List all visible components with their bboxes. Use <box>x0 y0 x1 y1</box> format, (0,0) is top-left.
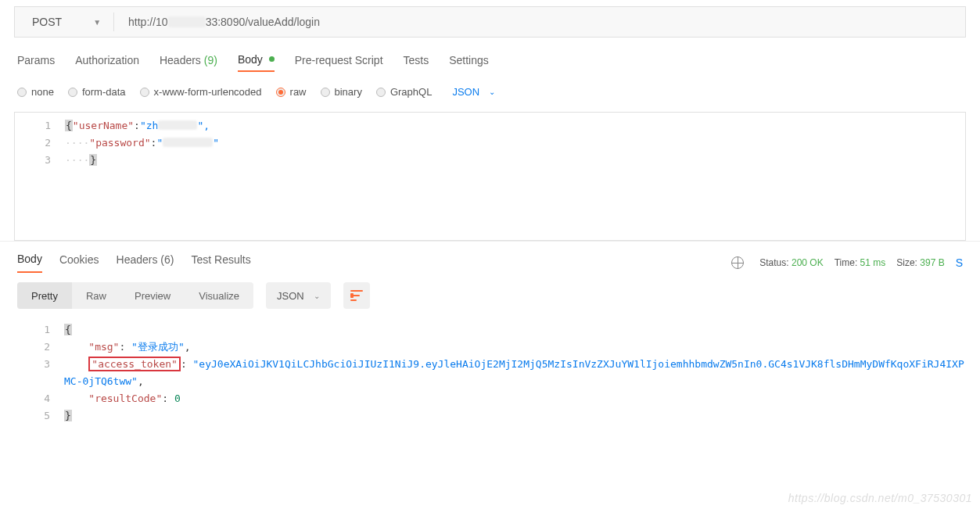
radio-graphql[interactable]: GraphQL <box>376 86 432 98</box>
url-prefix: http://10 <box>128 16 168 28</box>
request-url-bar: POST ▼ http://1033:8090/valueAdd/login <box>14 6 966 38</box>
status-label: Status: <box>759 257 788 268</box>
radio-label: x-www-form-urlencoded <box>154 86 262 98</box>
request-body-editor[interactable]: 123 {"userName":"zh", ····"password":"" … <box>14 112 966 241</box>
resp-tab-cookies[interactable]: Cookies <box>59 253 99 272</box>
radio-label: binary <box>335 86 362 98</box>
json-str: "登录成功" <box>131 341 185 353</box>
json-key: "resultCode" <box>88 393 162 404</box>
json-key: "password" <box>89 137 150 149</box>
json-str: ", <box>197 120 210 131</box>
redacted <box>168 16 206 27</box>
resp-tab-testresults[interactable]: Test Results <box>191 253 250 272</box>
json-str: "zh <box>140 120 158 131</box>
size-label: Size: <box>896 257 917 268</box>
status-value: 200 OK <box>792 257 824 268</box>
radio-xwww[interactable]: x-www-form-urlencoded <box>140 86 262 98</box>
resp-tab-headers[interactable]: Headers (6) <box>117 253 174 272</box>
chevron-down-icon: ▼ <box>93 18 101 27</box>
url-input[interactable]: http://1033:8090/valueAdd/login <box>114 16 965 28</box>
chevron-down-icon: ⌄ <box>314 292 320 300</box>
radio-label: raw <box>290 86 307 98</box>
code-area[interactable]: {"userName":"zh", ····"password":"" ····… <box>59 113 965 240</box>
radio-icon <box>321 88 330 97</box>
radio-label: none <box>31 86 54 98</box>
radio-none[interactable]: none <box>17 86 54 98</box>
response-format-select[interactable]: JSON ⌄ <box>266 282 331 309</box>
radio-icon <box>276 88 285 97</box>
format-label: JSON <box>277 290 304 302</box>
view-preview[interactable]: Preview <box>120 282 185 309</box>
redacted <box>163 138 213 147</box>
response-view-row: Pretty Raw Preview Visualize JSON ⌄ <box>0 273 980 314</box>
raw-format-label: JSON <box>452 86 479 98</box>
headers-label: Headers <box>117 253 158 266</box>
view-visualize[interactable]: Visualize <box>185 282 253 309</box>
headers-count: (9) <box>204 54 217 66</box>
json-key: "msg" <box>88 341 119 353</box>
tab-prerequest[interactable]: Pre-request Script <box>295 54 383 71</box>
tab-settings[interactable]: Settings <box>449 54 489 71</box>
body-label: Body <box>238 53 263 66</box>
tab-authorization[interactable]: Authorization <box>75 54 139 71</box>
view-raw[interactable]: Raw <box>72 282 120 309</box>
chevron-down-icon: ⌄ <box>489 88 495 96</box>
json-key: "userName" <box>73 120 134 131</box>
json-str: " <box>213 137 219 149</box>
globe-icon[interactable] <box>731 256 744 269</box>
wrap-icon <box>350 290 363 301</box>
response-meta: Status: 200 OK Time: 51 ms Size: 397 B S <box>731 256 963 269</box>
request-tabs: Params Authorization Headers (9) Body Pr… <box>0 38 980 78</box>
tab-headers[interactable]: Headers (9) <box>160 54 217 71</box>
raw-format-select[interactable]: JSON ⌄ <box>452 86 495 98</box>
tab-body[interactable]: Body <box>238 53 275 72</box>
resp-tab-body[interactable]: Body <box>17 253 42 273</box>
tab-tests[interactable]: Tests <box>404 54 429 71</box>
url-suffix: 33:8090/valueAdd/login <box>206 16 320 28</box>
response-tabs: Body Cookies Headers (6) Test Results St… <box>0 242 980 273</box>
radio-label: GraphQL <box>390 86 432 98</box>
radio-icon <box>376 88 386 97</box>
radio-icon <box>17 88 27 97</box>
json-num: 0 <box>174 393 181 404</box>
line-gutter: 123 <box>15 113 59 240</box>
headers-label: Headers <box>160 54 201 66</box>
json-str: "eyJ0eXAiOiJKV1QiLCJhbGciOiJIUzI1NiJ9.ey… <box>64 358 964 387</box>
response-code[interactable]: { "msg": "登录成功", "access_token": "eyJ0eX… <box>58 318 966 425</box>
json-key-highlighted: "access_token" <box>92 358 178 370</box>
response-body-viewer: 123 45 { "msg": "登录成功", "access_token": … <box>14 318 966 425</box>
radio-label: form-data <box>82 86 126 98</box>
line-gutter: 123 45 <box>14 318 58 425</box>
radio-raw[interactable]: raw <box>276 86 307 98</box>
radio-form-data[interactable]: form-data <box>68 86 126 98</box>
method-label: POST <box>32 16 62 28</box>
view-mode-segment: Pretty Raw Preview Visualize <box>17 282 253 309</box>
size-value: 397 B <box>920 257 944 268</box>
http-method-select[interactable]: POST ▼ <box>15 7 113 37</box>
time-label: Time: <box>835 257 858 268</box>
body-type-row: none form-data x-www-form-urlencoded raw… <box>0 78 980 109</box>
dot-icon <box>269 56 275 62</box>
time-value: 51 ms <box>860 257 886 268</box>
wrap-lines-button[interactable] <box>343 282 370 309</box>
save-response-button[interactable]: S <box>956 256 963 269</box>
radio-binary[interactable]: binary <box>321 86 362 98</box>
view-pretty[interactable]: Pretty <box>17 282 72 309</box>
radio-icon <box>68 88 77 97</box>
tab-params[interactable]: Params <box>17 54 55 71</box>
redacted <box>158 120 197 130</box>
headers-count: (6) <box>160 253 174 266</box>
radio-icon <box>140 88 149 97</box>
json-str: " <box>156 137 163 149</box>
